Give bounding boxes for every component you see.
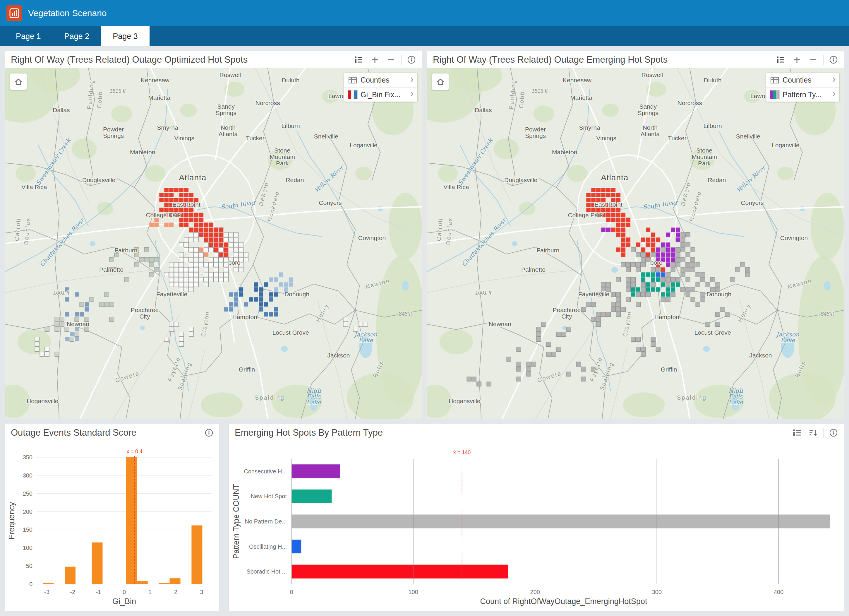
map-label: Snellville	[736, 133, 760, 140]
home-button[interactable]	[432, 73, 448, 90]
map-label: SandySprings	[638, 103, 658, 116]
legend-row-counties[interactable]: Counties	[344, 73, 417, 87]
map-label: Covington	[358, 234, 386, 241]
bar-chart-svg: Consecutive H...New Hot SpotNo Pattern D…	[229, 441, 844, 611]
zoom-out-button[interactable]	[383, 53, 399, 66]
app-header: Vegetation Scenario	[0, 0, 849, 26]
svg-text:3: 3	[200, 589, 203, 595]
tab-page-3[interactable]: Page 3	[101, 26, 149, 46]
map-canvas-emerging[interactable]: Counties Pattern Ty... KennesawRoswellDu…	[427, 68, 844, 419]
info-button[interactable]	[403, 53, 420, 66]
legend-toggle-button[interactable]	[350, 53, 367, 66]
svg-text:300: 300	[23, 472, 33, 479]
map-basemap: KennesawRoswellDuluthMariettaDallasLawre…	[427, 68, 844, 419]
map-label: 848 ft	[399, 311, 412, 317]
map-label: Douglasville	[504, 176, 537, 183]
map-label: Fairburn	[115, 247, 137, 254]
map-canvas-optimized[interactable]: Counties Gi_Bin Fix... KennesawRoswellDu…	[5, 68, 422, 419]
home-button[interactable]	[10, 73, 27, 90]
map-label: Newnan	[489, 321, 511, 327]
tab-page-2[interactable]: Page 2	[53, 26, 101, 46]
panel-emerging-hotspots: Right Of Way (Trees Related) Outage Emer…	[427, 51, 844, 419]
legend-toggle-button[interactable]	[789, 426, 805, 439]
sort-button[interactable]	[805, 426, 822, 439]
map-label: Spalding	[677, 394, 707, 401]
histogram-bars	[43, 457, 202, 584]
map-label: Mableton	[552, 149, 577, 155]
map-label: Locust Grove	[694, 329, 731, 336]
info-button[interactable]	[825, 53, 842, 66]
map-label: Marietta	[148, 94, 170, 101]
map-label: East Point	[594, 201, 623, 208]
map-label: Smyrna	[579, 124, 600, 131]
zoom-in-button[interactable]	[789, 53, 805, 66]
svg-text:400: 400	[774, 589, 783, 595]
chevron-right-icon	[832, 77, 836, 84]
map-label: Hampton	[654, 313, 679, 320]
panel-toolbar	[772, 53, 844, 66]
svg-text:No Pattern De...: No Pattern De...	[245, 518, 287, 525]
map-label: Vinings	[174, 135, 195, 142]
svg-text:50: 50	[26, 563, 33, 569]
map-label: Redan	[708, 176, 726, 183]
panel-toolbar	[350, 53, 422, 66]
legend-row-counties[interactable]: Counties	[766, 73, 839, 87]
pattern-type-layer-icon	[770, 90, 780, 99]
info-button[interactable]	[201, 426, 217, 439]
map-label: HighFallsLake	[307, 387, 321, 406]
zoom-in-button[interactable]	[367, 53, 383, 66]
svg-text:Oscillating H...: Oscillating H...	[249, 543, 287, 550]
map-label: Kennesaw	[563, 77, 592, 84]
map-label: Loganville	[772, 142, 800, 148]
map-label: Duluth	[282, 77, 300, 84]
legend-label: Counties	[360, 76, 407, 84]
map-label: Smyrna	[157, 124, 179, 131]
map-label: East Point	[172, 201, 201, 208]
app-title: Vegetation Scenario	[28, 8, 107, 18]
legend-label: Pattern Ty...	[783, 91, 829, 99]
pattern-type-bar-chart[interactable]: Consecutive H...New Hot SpotNo Pattern D…	[229, 441, 844, 611]
map-label: College Park	[146, 212, 181, 218]
chevron-right-icon	[410, 77, 414, 84]
map-label: Newnan	[67, 321, 89, 327]
map-label: Snellville	[314, 133, 338, 140]
legend-toggle-button[interactable]	[772, 53, 789, 66]
map-label: Dallas	[53, 107, 70, 113]
map-label: Donough	[284, 291, 309, 297]
map-label: Kennesaw	[141, 77, 170, 84]
legend-label: Gi_Bin Fix...	[360, 91, 407, 99]
map-label: NorthAtlanta	[640, 124, 660, 137]
chevron-right-icon	[832, 91, 836, 98]
panel-pattern-type-chart: Emerging Hot Spots By Pattern Type Conse…	[229, 424, 844, 611]
svg-text:250: 250	[23, 491, 33, 497]
info-button[interactable]	[825, 426, 842, 439]
map-label: NorthAtlanta	[219, 124, 238, 137]
map-label: 1001 ft	[53, 290, 70, 296]
legend-row-pattern-type[interactable]: Pattern Ty...	[766, 87, 839, 101]
svg-text:300: 300	[652, 589, 662, 595]
map-label: Jackson	[749, 352, 772, 359]
map-label: Fairburn	[536, 247, 559, 254]
svg-text:100: 100	[408, 589, 418, 595]
map-label: Hogansville	[27, 398, 58, 404]
map-label: HighFallsLake	[728, 387, 743, 406]
svg-text:Gi_Bin: Gi_Bin	[112, 597, 136, 606]
histogram-chart[interactable]: 050100150200250300350-3-2-10123x̄ = 0.4G…	[5, 441, 219, 611]
svg-text:1: 1	[148, 589, 152, 595]
map-label: Hampton	[232, 313, 257, 320]
map-label: Marietta	[570, 94, 592, 101]
map-label: Vinings	[596, 135, 617, 142]
map-label: Griffin	[661, 366, 677, 373]
svg-text:150: 150	[23, 527, 33, 533]
zoom-out-button[interactable]	[805, 53, 822, 66]
map-label: Redan	[286, 176, 304, 183]
map-label: Norcross	[256, 100, 280, 106]
map-label: 848 ft	[821, 311, 834, 317]
panel-header: Outage Events Standard Score	[5, 424, 219, 441]
map-label: Conyers	[741, 199, 764, 206]
map-label: PowderSprings	[525, 126, 546, 139]
map-label: Conyers	[319, 199, 341, 206]
map-label: Lilburn	[282, 122, 300, 129]
legend-row-gibin[interactable]: Gi_Bin Fix...	[344, 87, 417, 101]
tab-page-1[interactable]: Page 1	[4, 26, 53, 46]
